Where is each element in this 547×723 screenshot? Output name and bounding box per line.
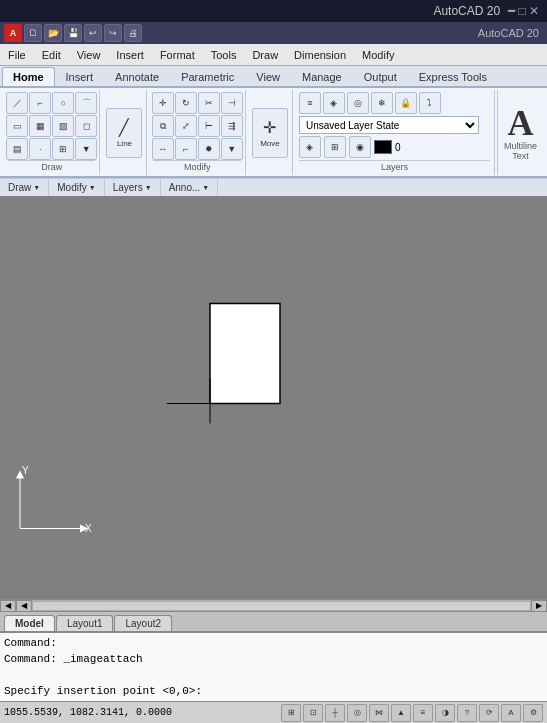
new-button[interactable]: 🗋 <box>24 24 42 42</box>
undo-button[interactable]: ↩ <box>84 24 102 42</box>
lineweight-button[interactable]: ≡ <box>413 704 433 722</box>
point-button[interactable]: · <box>29 138 51 160</box>
draw-more-button[interactable]: ▼ <box>75 138 97 160</box>
app-title: AutoCAD 20 <box>433 4 500 18</box>
menu-draw[interactable]: Draw <box>244 44 286 65</box>
tab-parametric[interactable]: Parametric <box>170 67 245 86</box>
layer-tools-row1: ≡ ◈ ◎ ❄ 🔒 ⤵ <box>299 92 490 114</box>
open-button[interactable]: 📂 <box>44 24 62 42</box>
tab-view[interactable]: View <box>245 67 291 86</box>
tab-annotate[interactable]: Annotate <box>104 67 170 86</box>
scale-button[interactable]: ⤢ <box>175 115 197 137</box>
menu-modify[interactable]: Modify <box>354 44 402 65</box>
modify-tools-row2: ⧉ ⤢ ⊢ ⇶ <box>152 115 243 137</box>
ortho-button[interactable]: ┼ <box>325 704 345 722</box>
copy-button[interactable]: ⧉ <box>152 115 174 137</box>
menu-edit[interactable]: Edit <box>34 44 69 65</box>
trim-button[interactable]: ✂ <box>198 92 220 114</box>
dyn-button[interactable]: ▲ <box>391 704 411 722</box>
menu-tools[interactable]: Tools <box>203 44 245 65</box>
circle-button[interactable]: ○ <box>52 92 74 114</box>
menu-insert[interactable]: Insert <box>108 44 152 65</box>
menu-file[interactable]: File <box>0 44 34 65</box>
autocad-logo: A <box>4 24 22 42</box>
polyline-button[interactable]: ⌐ <box>29 92 51 114</box>
tab-express-tools[interactable]: Express Tools <box>408 67 498 86</box>
tab-manage[interactable]: Manage <box>291 67 353 86</box>
save-button[interactable]: 💾 <box>64 24 82 42</box>
transparency-button[interactable]: ◑ <box>435 704 455 722</box>
modify-more-button[interactable]: ▼ <box>221 138 243 160</box>
menu-format[interactable]: Format <box>152 44 203 65</box>
tab-layout1[interactable]: Layout1 <box>56 615 114 631</box>
block-button[interactable]: ⊞ <box>52 138 74 160</box>
scroll-left[interactable]: ◀ <box>0 600 16 612</box>
layer-unisolate-button[interactable]: ◉ <box>349 136 371 158</box>
scroll-right[interactable]: ▶ <box>531 600 547 612</box>
draw-panel-label[interactable]: Draw ▼ <box>0 179 49 196</box>
line-button[interactable]: ／ <box>6 92 28 114</box>
layer-merge-button[interactable]: ⤵ <box>419 92 441 114</box>
tab-insert[interactable]: Insert <box>55 67 105 86</box>
osnap-button[interactable]: ⋈ <box>369 704 389 722</box>
multiline-text-icon[interactable]: A <box>507 105 533 141</box>
layer-isolate-button[interactable]: ◎ <box>347 92 369 114</box>
move-large-group: ✛ Move <box>248 90 293 175</box>
ribbon-panel: ／ ⌐ ○ ⌒ ▭ ▦ ▨ ◻ ▤ · ⊞ ▼ Draw <box>0 88 547 178</box>
rotate-button[interactable]: ↻ <box>175 92 197 114</box>
drawing-tabs: Model Layout1 Layout2 <box>0 611 547 631</box>
hatch-button[interactable]: ▦ <box>29 115 51 137</box>
arc-button[interactable]: ⌒ <box>75 92 97 114</box>
scroll-track-h[interactable] <box>32 601 531 611</box>
modify-panel-label[interactable]: Modify ▼ <box>49 179 104 196</box>
polar-button[interactable]: ◎ <box>347 704 367 722</box>
gradient-button[interactable]: ▨ <box>52 115 74 137</box>
move-button[interactable]: ✛ <box>152 92 174 114</box>
move-large-button[interactable]: ✛ Move <box>252 108 288 158</box>
scroll-left2[interactable]: ◀ <box>16 600 32 612</box>
tab-model[interactable]: Model <box>4 615 55 631</box>
anno-panel-label[interactable]: Anno... ▼ <box>161 179 219 196</box>
layer-dropdown[interactable]: Unsaved Layer State <box>299 116 479 134</box>
grid-button[interactable]: ⊡ <box>303 704 323 722</box>
explode-button[interactable]: ✸ <box>198 138 220 160</box>
draw-group-label: Draw <box>8 160 95 173</box>
drawing-area[interactable]: X Y ◀ ◀ ▶ <box>0 196 547 611</box>
fillet-button[interactable]: ⌐ <box>175 138 197 160</box>
make-current-button[interactable]: ◈ <box>299 136 321 158</box>
redo-button[interactable]: ↪ <box>104 24 122 42</box>
mirror-button[interactable]: ⊣ <box>221 92 243 114</box>
cmd-line-2: Command: _imageattach <box>4 651 543 667</box>
stretch-button[interactable]: ↔ <box>152 138 174 160</box>
layer-properties-button[interactable]: ≡ <box>299 92 321 114</box>
offset-button[interactable]: ⇶ <box>221 115 243 137</box>
layers-panel-label[interactable]: Layers ▼ <box>105 179 161 196</box>
tab-output[interactable]: Output <box>353 67 408 86</box>
status-icons-group: ⊞ ⊡ ┼ ◎ ⋈ ▲ ≡ ◑ ? ⟳ A ⚙ <box>281 704 543 722</box>
print-button[interactable]: 🖨 <box>124 24 142 42</box>
qp-button[interactable]: ? <box>457 704 477 722</box>
command-area: Command: Command: _imageattach Specify i… <box>0 631 547 701</box>
tab-layout2[interactable]: Layout2 <box>114 615 172 631</box>
layer-walk-button[interactable]: ⊞ <box>324 136 346 158</box>
layer-state-button[interactable]: ◈ <box>323 92 345 114</box>
ribbon-group-draw: ／ ⌐ ○ ⌒ ▭ ▦ ▨ ◻ ▤ · ⊞ ▼ Draw <box>4 90 100 175</box>
layer-freeze-button[interactable]: ❄ <box>371 92 393 114</box>
region-button[interactable]: ◻ <box>75 115 97 137</box>
menu-view[interactable]: View <box>69 44 109 65</box>
coordinates-display: 1055.5539, 1082.3141, 0.0000 <box>4 707 172 718</box>
workspace-button[interactable]: ⚙ <box>523 704 543 722</box>
line-large-button[interactable]: ╱ Line <box>106 108 142 158</box>
ribbon-tabs: Home Insert Annotate Parametric View Man… <box>0 66 547 88</box>
table-button[interactable]: ▤ <box>6 138 28 160</box>
anno-button[interactable]: A <box>501 704 521 722</box>
sc-button[interactable]: ⟳ <box>479 704 499 722</box>
layer-lock-button[interactable]: 🔒 <box>395 92 417 114</box>
rect-button[interactable]: ▭ <box>6 115 28 137</box>
menu-dimension[interactable]: Dimension <box>286 44 354 65</box>
h-scrollbar[interactable]: ◀ ◀ ▶ <box>0 599 547 611</box>
snap-button[interactable]: ⊞ <box>281 704 301 722</box>
extend-button[interactable]: ⊢ <box>198 115 220 137</box>
tab-home[interactable]: Home <box>2 67 55 86</box>
annotation-group: A MultilineText <box>497 90 543 175</box>
